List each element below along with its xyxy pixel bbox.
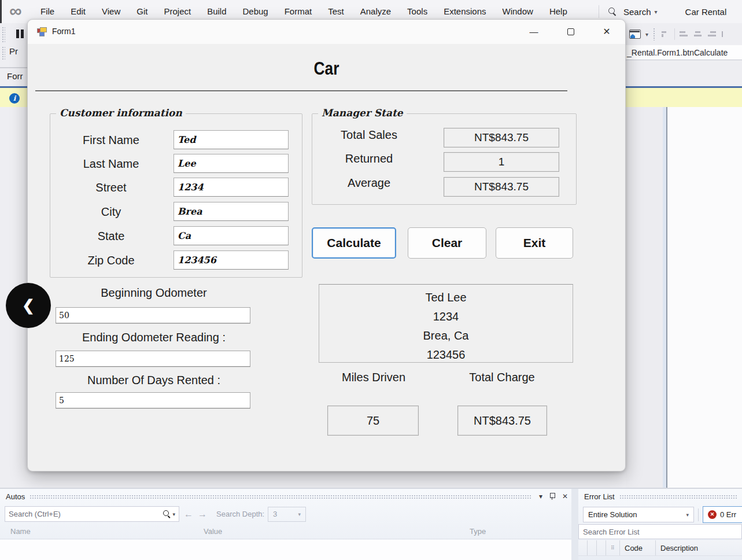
beginning-odometer-label: Beginning Odometer (56, 286, 252, 300)
errors-filter-button[interactable]: ✕ 0 Err (703, 506, 742, 523)
search-depth-value: 3 (273, 510, 277, 518)
panel-title-texture (29, 495, 531, 500)
first-name-input[interactable] (173, 130, 289, 149)
clear-button[interactable]: Clear (408, 227, 486, 259)
error-scope-value: Entire Solution (588, 510, 637, 519)
state-input[interactable] (173, 226, 289, 245)
search-depth-label: Search Depth: (216, 510, 264, 518)
header-cell[interactable] (588, 540, 597, 555)
last-name-label: Last Name (50, 154, 172, 174)
pin-icon[interactable] (549, 493, 555, 500)
city-input[interactable] (173, 202, 289, 221)
navigate-forward-icon[interactable]: → (198, 509, 207, 520)
error-search-box[interactable] (578, 524, 742, 539)
beginning-odometer-input[interactable] (56, 307, 250, 323)
search-depth-combo[interactable]: 3 ▾ (268, 507, 306, 522)
screen: ∞ File Edit View Git Project Build Debug… (0, 0, 742, 560)
chevron-down-icon[interactable]: ▾ (172, 511, 175, 517)
calculate-button[interactable]: Calculate (312, 227, 396, 259)
side-panel-background (667, 107, 742, 488)
column-header-description[interactable]: Description (656, 540, 742, 555)
snap-to-grid-icon[interactable] (660, 31, 670, 38)
street-input[interactable] (173, 178, 289, 197)
first-name-label: First Name (50, 130, 172, 150)
designer-info-bar (626, 86, 742, 107)
chevron-down-icon: ▾ (686, 512, 689, 518)
error-icon: ✕ (708, 510, 717, 519)
total-charge-value: NT$843.75 (457, 406, 547, 436)
address-line: Ted Lee (319, 288, 573, 307)
autos-search-input[interactable] (5, 510, 163, 518)
zip-code-input[interactable] (173, 250, 289, 270)
close-icon[interactable]: ✕ (562, 492, 568, 500)
toolbar-drag-handle[interactable] (653, 28, 656, 40)
navigate-home-icon[interactable] (629, 30, 641, 39)
maximize-icon (567, 28, 574, 35)
designer-background (626, 107, 663, 488)
exit-button[interactable]: Exit (496, 227, 573, 259)
address-line: 123456 (319, 345, 573, 364)
chevron-down-icon[interactable]: ▾ (655, 9, 658, 15)
autos-panel: Autos ▾ ✕ ▾ ← → Search Depth: 3 ▾ (0, 489, 571, 560)
window-edge (0, 0, 2, 23)
ending-odometer-input[interactable] (56, 351, 250, 367)
autos-list-area[interactable] (0, 540, 571, 560)
columns-icon[interactable]: ⠿ (606, 540, 620, 555)
document-tab[interactable]: Forr (7, 71, 23, 81)
maximize-button[interactable] (563, 24, 579, 39)
chevron-left-icon: ❮ (22, 297, 35, 314)
total-sales-label: Total Sales (323, 128, 415, 142)
toolbar-drag-handle[interactable] (2, 27, 5, 43)
align-rights-icon[interactable] (707, 31, 717, 38)
autos-search-box[interactable]: ▾ (5, 506, 179, 522)
form-heading: Car (82, 58, 571, 79)
form1-titlebar[interactable]: Form1 — ✕ (28, 20, 625, 44)
member-dropdown[interactable]: _Rental.Form1.btnCalculate (626, 45, 742, 60)
align-tops-icon[interactable] (721, 31, 730, 38)
info-icon: i (9, 93, 20, 104)
errors-count-label: 0 Err (720, 510, 736, 519)
column-header-value[interactable]: Value (204, 527, 222, 536)
process-label: Pr (9, 46, 18, 56)
column-header-code[interactable]: Code (620, 540, 656, 555)
column-header-name[interactable]: Name (10, 527, 31, 536)
returned-label: Returned (323, 152, 415, 165)
days-rented-input[interactable] (56, 392, 250, 408)
align-centers-icon[interactable] (693, 31, 703, 38)
street-label: Street (50, 178, 172, 197)
align-lefts-icon[interactable] (680, 31, 689, 38)
designer-toolbar: ▾ (626, 24, 742, 44)
search-icon[interactable] (608, 8, 617, 16)
total-charge-label: Total Charge (456, 371, 548, 384)
heading-divider (35, 90, 567, 91)
form1-title: Form1 (52, 27, 75, 36)
close-button[interactable]: ✕ (599, 24, 615, 39)
miles-driven-label: Miles Driven (327, 371, 420, 384)
vs-window-title: Car Rental (685, 7, 727, 17)
state-label: State (50, 226, 172, 246)
manager-group-title: Manager State (318, 107, 407, 119)
autos-column-headers: Name Value Type (0, 525, 571, 539)
toolbar-drag-handle[interactable] (2, 46, 5, 60)
chevron-down-icon[interactable]: ▾ (645, 31, 648, 38)
panel-splitter[interactable] (571, 489, 578, 560)
back-overlay-button[interactable]: ❮ (6, 283, 51, 328)
header-cell[interactable] (597, 540, 606, 555)
break-all-icon[interactable] (16, 30, 25, 38)
minimize-button[interactable]: — (526, 24, 542, 39)
search-icon[interactable] (163, 510, 171, 518)
ending-odometer-label: Ending Odometer Reading : (56, 331, 252, 344)
last-name-input[interactable] (173, 154, 289, 173)
window-position-icon[interactable]: ▾ (539, 492, 542, 500)
miles-driven-value: 75 (327, 406, 419, 436)
vs-search-button[interactable]: Search (623, 7, 651, 17)
chevron-down-icon: ▾ (298, 511, 301, 517)
error-list-title: Error List (584, 492, 615, 501)
error-search-input[interactable] (579, 525, 741, 539)
column-header-type[interactable]: Type (470, 527, 486, 536)
header-cell[interactable] (578, 540, 588, 555)
navigate-back-icon[interactable]: ← (184, 509, 193, 520)
error-scope-combo[interactable]: Entire Solution ▾ (583, 507, 694, 522)
manager-state-group: Manager State Total Sales NT$843.75 Retu… (312, 113, 577, 205)
menu-separator (599, 5, 599, 18)
